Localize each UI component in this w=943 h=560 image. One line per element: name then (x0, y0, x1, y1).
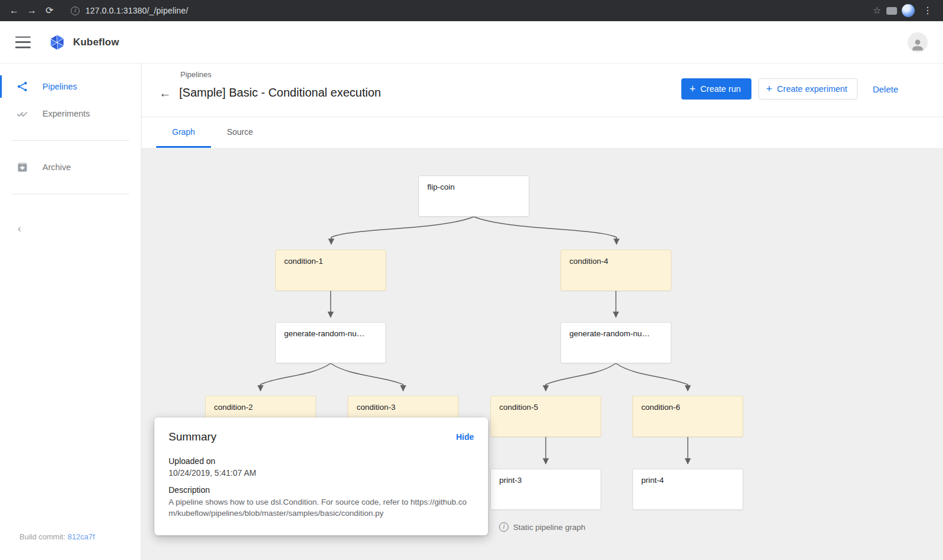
graph-node-generate-random-number-right[interactable]: generate-random-nu… (560, 322, 671, 363)
browser-profile-avatar[interactable] (902, 4, 915, 17)
node-label: generate-random-nu… (284, 329, 377, 338)
graph-node-generate-random-number-left[interactable]: generate-random-nu… (275, 322, 386, 363)
node-label: condition-5 (499, 403, 592, 412)
summary-header: Summary Hide (169, 430, 474, 443)
sidebar-divider (12, 194, 129, 194)
uploaded-on-value: 10/24/2019, 5:41:07 AM (169, 468, 474, 478)
product-name: Kubeflow (73, 37, 119, 48)
node-label: print-3 (499, 476, 592, 485)
graph-node-condition-6[interactable]: condition-6 (632, 396, 743, 437)
kubeflow-logo-icon (48, 34, 66, 51)
tab-bar: Graph Source (141, 117, 943, 148)
node-label: condition-1 (284, 257, 377, 266)
app-header: Kubeflow (0, 21, 943, 64)
graph-node-print-3[interactable]: print-3 (490, 469, 601, 510)
person-icon (910, 37, 925, 52)
sidebar-item-archive[interactable]: Archive (0, 154, 141, 181)
uploaded-on-label: Uploaded on (169, 456, 474, 466)
back-button[interactable]: ← (159, 87, 171, 99)
browser-chrome: ← → ⟳ i 127.0.0.1:31380/_/pipeline/ ☆ ⋮ (0, 0, 943, 21)
sidebar-item-experiments[interactable]: Experiments (0, 100, 141, 127)
graph-node-condition-5[interactable]: condition-5 (490, 396, 601, 437)
build-commit-label: Build commit: (19, 532, 65, 541)
info-icon: i (499, 522, 509, 532)
create-run-label: Create run (700, 84, 741, 94)
summary-card: Summary Hide Uploaded on 10/24/2019, 5:4… (154, 417, 488, 535)
title-row: ← [Sample] Basic - Conditional execution (159, 86, 381, 100)
sidebar-item-label: Pipelines (42, 82, 77, 91)
graph-node-condition-4[interactable]: condition-4 (560, 250, 671, 291)
toolbar-actions: + Create run + Create experiment Delete (681, 78, 902, 100)
browser-reload-icon[interactable]: ⟳ (41, 2, 58, 19)
toolbar-left: Pipelines ← [Sample] Basic - Conditional… (159, 70, 381, 117)
node-label: condition-4 (569, 257, 662, 266)
hide-summary-button[interactable]: Hide (456, 432, 474, 442)
delete-button[interactable]: Delete (869, 84, 902, 94)
sidebar: Pipelines Experiments Archive ‹ Build co… (0, 64, 141, 560)
static-graph-note: i Static pipeline graph (499, 522, 585, 532)
browser-url-text: 127.0.0.1:31380/_/pipeline/ (85, 6, 188, 15)
page-info-icon[interactable]: i (71, 6, 80, 15)
build-commit: Build commit: 812ca7f (19, 532, 95, 541)
node-label: print-4 (641, 476, 734, 485)
extension-icon[interactable] (886, 7, 897, 15)
main-row: Pipelines Experiments Archive ‹ Build co… (0, 64, 943, 560)
plus-icon: + (690, 84, 696, 94)
browser-menu-icon[interactable]: ⋮ (919, 2, 936, 19)
tab-source[interactable]: Source (211, 117, 269, 148)
pipelines-icon (17, 81, 28, 92)
create-experiment-label: Create experiment (777, 84, 847, 94)
build-commit-link[interactable]: 812ca7f (68, 532, 95, 541)
description-label: Description (169, 485, 474, 495)
more-vertical-glyph: ⋮ (923, 2, 932, 19)
plus-icon: + (766, 84, 773, 94)
sidebar-item-pipelines[interactable]: Pipelines (0, 73, 141, 100)
page-title: [Sample] Basic - Conditional execution (179, 86, 381, 100)
node-label: condition-6 (641, 403, 734, 412)
sidebar-item-label: Archive (42, 163, 71, 172)
breadcrumb[interactable]: Pipelines (180, 70, 381, 79)
browser-back-icon[interactable]: ← (6, 2, 22, 19)
sidebar-collapse-icon[interactable]: ‹ (18, 223, 21, 235)
star-glyph: ☆ (873, 2, 881, 19)
sidebar-divider (12, 140, 129, 141)
create-run-button[interactable]: + Create run (681, 78, 751, 100)
summary-title: Summary (169, 430, 216, 443)
browser-forward-icon[interactable]: → (24, 2, 40, 19)
experiments-icon (17, 108, 28, 120)
reload-glyph: ⟳ (45, 2, 53, 19)
bookmark-star-icon[interactable]: ☆ (869, 2, 885, 19)
content: Pipelines ← [Sample] Basic - Conditional… (141, 64, 943, 560)
node-label: condition-3 (357, 403, 450, 412)
page-toolbar: Pipelines ← [Sample] Basic - Conditional… (141, 64, 943, 117)
create-experiment-button[interactable]: + Create experiment (759, 78, 858, 100)
forward-arrow-glyph: → (27, 2, 37, 19)
graph-node-condition-1[interactable]: condition-1 (275, 250, 386, 291)
node-label: flip-coin (427, 183, 520, 191)
browser-url-bar[interactable]: i 127.0.0.1:31380/_/pipeline/ (65, 2, 862, 19)
archive-icon (17, 161, 28, 173)
graph-node-print-4[interactable]: print-4 (632, 469, 743, 510)
node-label: condition-2 (214, 403, 307, 412)
browser-toolbar-right: ⋮ (886, 2, 937, 19)
user-avatar[interactable] (908, 32, 928, 52)
hamburger-menu-icon[interactable] (15, 37, 31, 48)
static-graph-note-text: Static pipeline graph (513, 523, 585, 532)
node-label: generate-random-nu… (569, 329, 662, 338)
sidebar-item-label: Experiments (42, 109, 90, 118)
graph-node-flip-coin[interactable]: flip-coin (418, 175, 529, 217)
back-arrow-glyph: ← (9, 2, 19, 19)
kubeflow-logo-wrap[interactable]: Kubeflow (48, 34, 119, 51)
description-text: A pipeline shows how to use dsl.Conditio… (169, 497, 474, 519)
pipeline-graph: flip-coin condition-1 condition-4 genera… (141, 148, 943, 560)
tab-graph[interactable]: Graph (156, 117, 211, 148)
